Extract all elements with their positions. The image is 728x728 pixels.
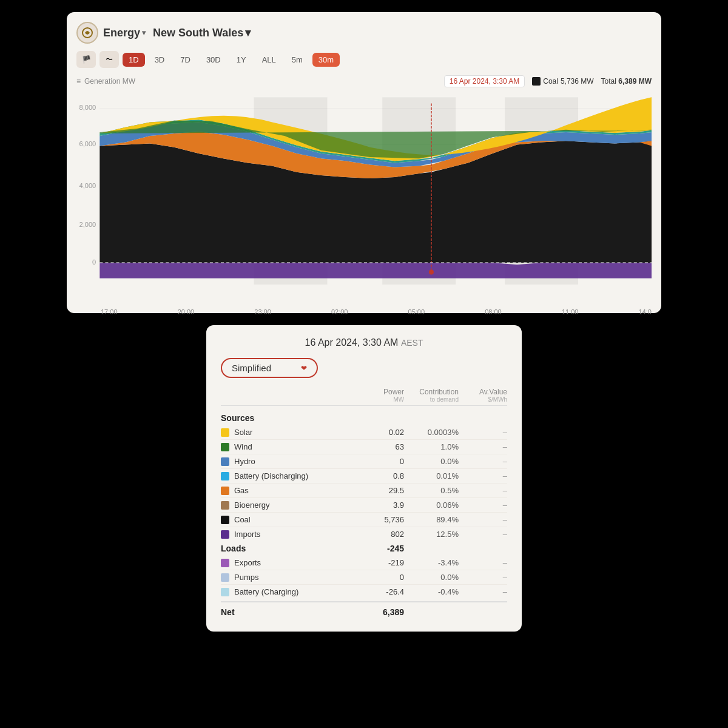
loads-total: -245 bbox=[362, 544, 404, 553]
total-badge: Total 6,389 MW bbox=[601, 77, 652, 86]
svg-text:8,000: 8,000 bbox=[79, 104, 96, 111]
time-2300: 23:00 bbox=[254, 308, 271, 315]
chart-area[interactable]: 8,000 6,000 4,000 2,000 0 bbox=[76, 91, 652, 303]
color-swatch bbox=[221, 472, 229, 480]
region-label[interactable]: New South Wales ▾ bbox=[153, 26, 251, 39]
table-row: Bioenergy 3.9 0.06% – bbox=[221, 498, 507, 513]
chart-header: Energy ▾ New South Wales ▾ bbox=[76, 22, 652, 44]
contribution-value: 0.5% bbox=[404, 486, 459, 495]
load-name: Battery (Charging) bbox=[234, 587, 298, 596]
power-value: 0.8 bbox=[362, 471, 404, 480]
energy-arrow: ▾ bbox=[142, 29, 146, 37]
sources-section-label: Sources bbox=[221, 408, 507, 425]
power-value: -26.4 bbox=[362, 587, 404, 596]
row-label: Wind bbox=[221, 442, 362, 451]
avvalue: – bbox=[459, 471, 507, 480]
time-axis: 17:00 20:00 23:00 02:00 05:00 08:00 11:0… bbox=[76, 306, 652, 315]
sources-table: Solar 0.02 0.0003% – Wind 63 1.0% – Hydr… bbox=[221, 425, 507, 541]
color-swatch bbox=[221, 559, 229, 567]
power-value: 3.9 bbox=[362, 500, 404, 510]
table-row: Hydro 0 0.0% – bbox=[221, 454, 507, 469]
svg-text:0: 0 bbox=[92, 258, 96, 266]
coal-color-swatch bbox=[532, 77, 541, 86]
btn-30m[interactable]: 30m bbox=[312, 53, 340, 67]
total-mw: 6,389 MW bbox=[618, 77, 652, 86]
time-1700: 17:00 bbox=[101, 308, 118, 315]
btn-1y[interactable]: 1Y bbox=[231, 53, 252, 67]
generation-chart: 8,000 6,000 4,000 2,000 0 bbox=[76, 91, 652, 303]
source-name: Bioenergy bbox=[234, 500, 270, 510]
contribution-value: 0.0% bbox=[404, 457, 459, 466]
panel-controls: Simplified ❤ bbox=[221, 358, 507, 378]
view-mode-dropdown[interactable]: Simplified ❤ bbox=[221, 358, 318, 378]
color-swatch bbox=[221, 501, 229, 510]
power-value: 63 bbox=[362, 442, 404, 451]
time-0200: 02:00 bbox=[331, 308, 348, 315]
source-name: Wind bbox=[234, 442, 252, 451]
power-value: 802 bbox=[362, 530, 404, 539]
color-swatch bbox=[221, 428, 229, 437]
table-row: Pumps 0 0.0% – bbox=[221, 570, 507, 585]
time-0800: 08:00 bbox=[485, 308, 502, 315]
flag-icon[interactable]: 🏴 bbox=[76, 51, 96, 68]
avvalue: – bbox=[459, 457, 507, 466]
load-name: Exports bbox=[234, 558, 261, 567]
energy-label[interactable]: Energy ▾ bbox=[103, 27, 146, 39]
table-row: Gas 29.5 0.5% – bbox=[221, 484, 507, 498]
power-value: 0 bbox=[362, 457, 404, 466]
btn-7d[interactable]: 7D bbox=[174, 53, 197, 67]
header-contribution: Contribution to demand bbox=[404, 388, 459, 403]
table-row: Imports 802 12.5% – bbox=[221, 527, 507, 541]
source-name: Solar bbox=[234, 428, 252, 437]
power-value: 0.02 bbox=[362, 428, 404, 437]
table-row: Coal 5,736 89.4% – bbox=[221, 513, 507, 527]
row-label: Battery (Discharging) bbox=[221, 471, 362, 480]
row-label: Gas bbox=[221, 486, 362, 495]
svg-point-15 bbox=[429, 269, 434, 274]
svg-text:4,000: 4,000 bbox=[79, 181, 96, 189]
row-label: Pumps bbox=[221, 573, 362, 582]
time-2000: 20:00 bbox=[178, 308, 195, 315]
btn-5m[interactable]: 5m bbox=[286, 53, 309, 67]
net-row: Net 6,389 bbox=[221, 601, 507, 619]
contribution-value: 0.01% bbox=[404, 471, 459, 480]
btn-all[interactable]: ALL bbox=[256, 53, 282, 67]
dropdown-label: Simplified bbox=[232, 363, 271, 373]
contribution-value: -3.4% bbox=[404, 558, 459, 567]
color-swatch bbox=[221, 457, 229, 466]
power-value: 29.5 bbox=[362, 486, 404, 495]
date-badge: 16 Apr 2024, 3:30 AM bbox=[444, 75, 525, 87]
row-label: Coal bbox=[221, 515, 362, 524]
btn-1d[interactable]: 1D bbox=[123, 53, 145, 67]
timezone-label: AEST bbox=[401, 338, 423, 348]
app-logo bbox=[76, 22, 98, 44]
avvalue: – bbox=[459, 587, 507, 596]
btn-3d[interactable]: 3D bbox=[149, 53, 171, 67]
menu-icon: ≡ bbox=[76, 77, 81, 86]
avvalue: – bbox=[459, 530, 507, 539]
color-swatch bbox=[221, 530, 229, 539]
source-name: Battery (Discharging) bbox=[234, 471, 308, 480]
region-arrow: ▾ bbox=[245, 26, 251, 39]
chart-legend: 16 Apr 2024, 3:30 AM Coal 5,736 MW Total… bbox=[444, 75, 652, 87]
table-row: Exports -219 -3.4% – bbox=[221, 556, 507, 570]
source-name: Gas bbox=[234, 486, 249, 495]
coal-legend: Coal 5,736 MW bbox=[532, 77, 593, 86]
avvalue: – bbox=[459, 558, 507, 567]
avvalue: – bbox=[459, 573, 507, 582]
avvalue: – bbox=[459, 428, 507, 437]
btn-30d[interactable]: 30D bbox=[200, 53, 227, 67]
svg-text:2,000: 2,000 bbox=[79, 221, 96, 228]
color-swatch bbox=[221, 588, 229, 596]
contribution-value: 0.06% bbox=[404, 500, 459, 510]
generation-label: Generation MW bbox=[84, 77, 135, 86]
avvalue: – bbox=[459, 442, 507, 451]
net-value: 6,389 bbox=[362, 607, 404, 617]
header-name bbox=[221, 388, 362, 403]
avvalue: – bbox=[459, 515, 507, 524]
time-1400: 14:0 bbox=[638, 308, 651, 315]
chart-type-icon[interactable]: 〜 bbox=[99, 51, 119, 68]
avvalue: – bbox=[459, 500, 507, 510]
net-label: Net bbox=[221, 607, 362, 617]
coal-label: Coal bbox=[543, 77, 558, 86]
